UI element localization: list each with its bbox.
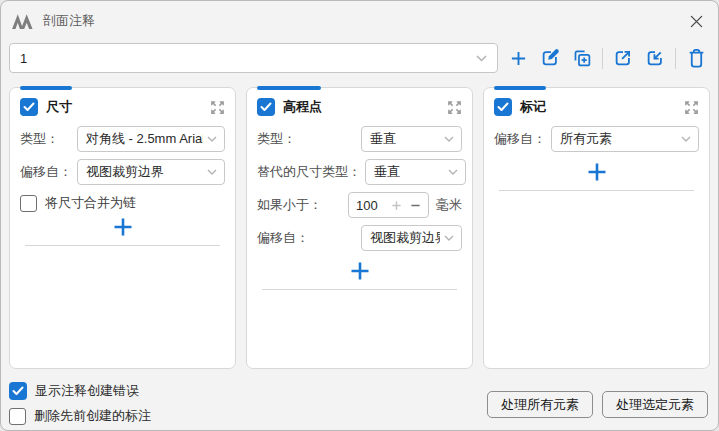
delete-profile-button[interactable] [684,46,708,70]
panel-tags-header: 标记 [494,98,699,116]
checkmark-icon [12,386,24,396]
export-icon [613,48,633,68]
expand-icon [684,100,699,115]
profile-combobox-value: 1 [20,51,27,66]
merge-chain-row: 将尺寸合并为链 [20,194,225,212]
if-less-than-row: 如果小于： 100 毫米 [257,192,462,218]
toolbar-separator [602,48,603,69]
chevron-down-icon [681,136,691,142]
duplicate-profile-button[interactable] [570,46,594,70]
import-icon [645,48,665,68]
chevron-down-icon [207,136,217,142]
expand-icon [447,100,462,115]
spot-offset-select[interactable]: 视图裁剪边界 [361,225,462,251]
chevron-down-icon [448,169,458,175]
import-profile-button[interactable] [643,46,667,70]
profile-combobox[interactable]: 1 [9,43,498,73]
delete-previous-label: 删除先前创建的标注 [34,407,151,425]
dimensions-enabled-checkbox[interactable] [20,98,38,116]
tags-offset-row: 偏移自： 所有元素 [494,126,699,152]
export-profile-button[interactable] [611,46,635,70]
field-label: 类型： [257,130,296,148]
chevron-down-icon [476,55,487,62]
toolbar-separator [675,48,676,69]
dimension-offset-row: 偏移自： 视图裁剪边界 [20,159,225,185]
panel-accent-bar [257,86,321,90]
panel-title: 尺寸 [46,98,72,116]
panel-divider [499,190,694,191]
chevron-down-icon [444,136,454,142]
trash-icon [687,48,706,68]
show-errors-label: 显示注释创建错误 [35,382,139,400]
delete-previous-checkbox[interactable] [9,408,26,425]
dimension-type-select[interactable]: 对角线 - 2.5mm Arial [77,126,225,152]
panel-accent-bar [494,86,546,90]
spot-type-row: 类型： 垂直 [257,126,462,152]
titlebar: 剖面注释 [1,1,718,37]
expand-panel-button[interactable] [684,100,699,115]
panel-accent-bar [20,86,72,90]
panel-title: 标记 [520,98,546,116]
panels-area: 尺寸 类型： 对角线 - 2.5mm Arial [1,73,718,369]
field-label: 替代的尺寸类型： [257,163,361,181]
tags-offset-select[interactable]: 所有元素 [551,126,699,152]
field-label: 偏移自： [257,229,309,247]
dimension-offset-select[interactable]: 视图裁剪边界 [77,159,225,185]
section-annotations-dialog: 剖面注释 1 [0,0,719,431]
panel-dimensions: 尺寸 类型： 对角线 - 2.5mm Arial [9,87,236,369]
checkmark-icon [260,102,272,112]
spot-offset-row: 偏移自： 视图裁剪边界 [257,225,462,251]
unit-label: 毫米 [436,196,462,214]
dimension-type-row: 类型： 对角线 - 2.5mm Arial [20,126,225,152]
edit-icon [540,48,560,68]
close-icon [690,15,703,28]
decrement-icon[interactable] [410,200,421,211]
panel-title: 高程点 [283,98,322,116]
window-title: 剖面注释 [43,12,95,30]
app-logo-icon [11,12,34,30]
profile-toolbar: 1 [1,37,718,73]
process-all-button[interactable]: 处理所有元素 [487,391,593,418]
fallback-type-select[interactable]: 垂直 [365,159,466,185]
if-less-than-value[interactable]: 100 [356,198,383,213]
panel-divider [25,245,220,246]
field-label: 如果小于： [257,196,322,214]
checkmark-icon [497,102,509,112]
add-dimension-button[interactable] [112,216,134,238]
panel-spot-elevations-header: 高程点 [257,98,462,116]
expand-panel-button[interactable] [210,100,225,115]
if-less-than-stepper: 100 [348,192,429,218]
merge-chain-checkbox[interactable] [20,195,37,212]
field-label: 偏移自： [20,163,72,181]
plus-icon [586,161,608,183]
show-errors-checkbox[interactable] [9,382,27,400]
close-button[interactable] [686,11,706,31]
duplicate-icon [572,48,592,68]
increment-icon[interactable] [391,200,402,211]
chevron-down-icon [444,235,454,241]
field-label: 偏移自： [494,130,546,148]
add-spot-elevation-button[interactable] [349,260,371,282]
fallback-type-row: 替代的尺寸类型： 垂直 [257,159,462,185]
panel-spot-elevations: 高程点 类型： 垂直 替代的尺寸类型： [246,87,473,369]
add-tag-button[interactable] [586,161,608,183]
expand-panel-button[interactable] [447,100,462,115]
panel-divider [262,289,457,290]
plus-icon [349,260,371,282]
merge-chain-label: 将尺寸合并为链 [45,194,136,212]
delete-previous-row: 删除先前创建的标注 [9,407,151,425]
chevron-down-icon [207,169,217,175]
process-selected-button[interactable]: 处理选定元素 [602,391,708,418]
expand-icon [210,100,225,115]
spot-elevations-enabled-checkbox[interactable] [257,98,275,116]
field-label: 类型： [20,130,59,148]
checkmark-icon [23,102,35,112]
edit-profile-button[interactable] [538,46,562,70]
plus-icon [112,216,134,238]
add-profile-button[interactable] [506,46,530,70]
spot-type-select[interactable]: 垂直 [361,126,462,152]
plus-icon [510,50,527,67]
panel-tags: 标记 偏移自： 所有元素 [483,87,710,369]
tags-enabled-checkbox[interactable] [494,98,512,116]
footer: 显示注释创建错误 删除先前创建的标注 处理所有元素 处理选定元素 [1,369,718,430]
